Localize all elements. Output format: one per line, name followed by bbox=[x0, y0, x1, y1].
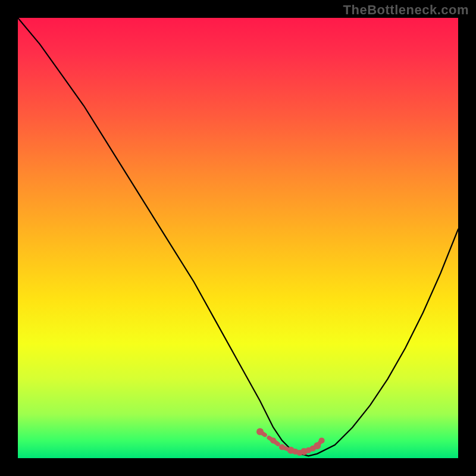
plot-area bbox=[18, 18, 458, 458]
marker-dot bbox=[319, 437, 325, 443]
marker-dot bbox=[270, 437, 276, 443]
chart-curve bbox=[18, 18, 458, 456]
marker-dot bbox=[279, 444, 285, 450]
chart-frame: TheBottleneck.com bbox=[0, 0, 476, 476]
chart-svg bbox=[18, 18, 458, 458]
chart-markers bbox=[256, 428, 325, 456]
marker-dot bbox=[256, 428, 264, 436]
marker-dot bbox=[314, 442, 321, 449]
watermark-text: TheBottleneck.com bbox=[343, 2, 469, 18]
